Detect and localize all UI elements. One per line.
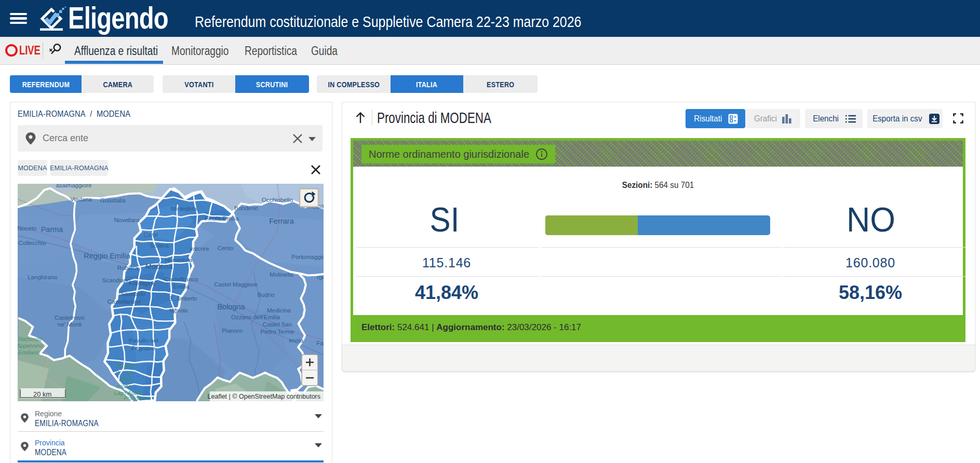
- svg-text:Emilia: Emilia: [173, 283, 190, 290]
- svg-text:imone,: imone,: [116, 383, 133, 389]
- svg-text:Fa: Fa: [316, 340, 324, 346]
- svg-text:Langhirano: Langhirano: [28, 274, 58, 280]
- svg-text:Pianoro: Pianoro: [222, 328, 243, 334]
- svg-text:Guastalla: Guastalla: [100, 197, 126, 203]
- svg-text:Castel San: Castel San: [263, 321, 292, 328]
- svg-text:valcore: valcore: [190, 246, 209, 252]
- svg-text:Ozzano dell'Emilia: Ozzano dell'Emilia: [231, 314, 280, 320]
- svg-text:Medicina: Medicina: [267, 307, 291, 314]
- svg-text:Castelfranco: Castelfranco: [165, 276, 198, 282]
- svg-text:Molinella: Molinella: [270, 271, 293, 278]
- svg-text:Soliera: Soliera: [150, 242, 169, 249]
- svg-text:sco-Emiliano: sco-Emiliano: [18, 349, 39, 356]
- svg-text:Bondeno: Bondeno: [234, 205, 258, 211]
- svg-text:Bologna: Bologna: [217, 303, 245, 311]
- svg-text:Budrio: Budrio: [257, 292, 274, 298]
- svg-text:Castelnovo: Castelnovo: [55, 315, 85, 321]
- svg-text:S... zps: S... zps: [115, 370, 134, 376]
- svg-text:Finale Emilia: Finale Emilia: [205, 215, 239, 222]
- svg-text:Carpi: Carpi: [143, 232, 157, 238]
- svg-text:Portomaggiore: Portomaggiore: [291, 254, 324, 260]
- svg-text:Monte: Monte: [119, 376, 134, 383]
- svg-text:Rubiera: Rubiera: [117, 265, 139, 271]
- svg-text:Viadana: Viadana: [70, 196, 92, 202]
- svg-text:20 km: 20 km: [33, 390, 51, 398]
- svg-text:Cento: Cento: [218, 245, 234, 251]
- svg-text:Formigine: Formigine: [129, 280, 155, 287]
- svg-text:40.000!: 40.000!: [116, 363, 135, 369]
- svg-text:Noceto: Noceto: [18, 225, 36, 232]
- svg-text:dell'Appennino: dell'Appennino: [18, 343, 43, 349]
- svg-text:Castel Maggiore: Castel Maggiore: [214, 281, 258, 288]
- svg-text:Scandiano: Scandiano: [102, 277, 130, 283]
- svg-text:Pietro Terme: Pietro Terme: [261, 329, 294, 335]
- svg-text:n Nazionale: n Nazionale: [18, 336, 43, 342]
- svg-text:Reggio Emilia: Reggio Emilia: [84, 252, 130, 260]
- svg-text:Mirandola: Mirandola: [171, 206, 197, 212]
- svg-text:ne' Monti: ne' Monti: [58, 321, 82, 328]
- svg-text:Collecchio: Collecchio: [18, 240, 46, 246]
- svg-text:Ferrara: Ferrara: [269, 217, 294, 225]
- svg-text:Frignano: Frignano: [131, 345, 155, 351]
- svg-text:Vignola: Vignola: [170, 307, 188, 314]
- svg-text:Pratignano: Pratignano: [124, 395, 151, 401]
- svg-text:Sassuolo: Sassuolo: [120, 291, 145, 297]
- svg-text:Castellarano: Castellarano: [108, 298, 141, 305]
- svg-text:S...amberto: S...amberto: [169, 295, 197, 302]
- svg-text:Imola: Imola: [289, 337, 304, 344]
- svg-text:Leaflet | © OpenStreetMap cont: Leaflet | © OpenStreetMap contributors: [208, 393, 320, 400]
- svg-text:Pavullo nel: Pavullo nel: [129, 337, 158, 344]
- svg-text:Parma: Parma: [41, 225, 64, 234]
- svg-text:Nonantola: Nonantola: [165, 257, 193, 263]
- svg-text:asalmaggiore: asalmaggiore: [56, 184, 91, 188]
- svg-text:rgent: rgent: [317, 274, 324, 280]
- svg-text:Occhiobello: Occhiobello: [262, 197, 293, 203]
- svg-text:Novellara: Novellara: [114, 217, 140, 223]
- svg-text:Modena: Modena: [145, 262, 173, 270]
